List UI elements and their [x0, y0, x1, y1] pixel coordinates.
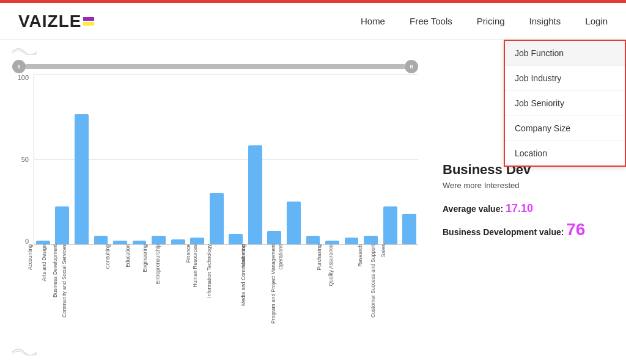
y-label-50: 50 [21, 156, 31, 163]
logo-accent-bottom [83, 22, 94, 26]
bar [306, 236, 320, 244]
bar-group: Accounting [34, 74, 52, 244]
x-axis-label: Business Development [52, 244, 58, 297]
chart-wrapper: 100 50 0 AccountingArts and DesignBusine… [12, 74, 418, 245]
bar-group: Arts and Design [54, 74, 72, 244]
dropdown-item-location[interactable]: Location [505, 141, 625, 166]
wave-icon-bottom [12, 343, 37, 358]
logo: VAIZLE [18, 12, 94, 31]
info-subtitle: Were more Interested [443, 181, 614, 190]
bar-group: Sales [381, 74, 399, 244]
bar [55, 206, 69, 244]
x-axis-label: Purchasing [316, 244, 322, 271]
x-axis-label: Information Technology [206, 244, 212, 298]
dropdown-item-job-function[interactable]: Job Function [505, 41, 625, 66]
bar [402, 214, 416, 244]
average-value: 17.10 [506, 202, 533, 214]
slider-fill [26, 64, 405, 69]
logo-text: VAIZLE [18, 12, 81, 31]
slider-handle-left[interactable]: II [12, 60, 26, 73]
average-label: Average value: [443, 204, 503, 214]
slider-track[interactable]: II II [12, 64, 418, 69]
x-axis-label: Engineering [142, 244, 148, 272]
slider-handle-right[interactable]: II [405, 60, 418, 73]
bar-group: Entrepreneurship [169, 74, 187, 244]
x-axis-label: Education [125, 244, 131, 268]
bizdev-stat: Business Development value: 76 [443, 220, 614, 239]
x-axis-label: Accounting [27, 244, 33, 270]
bar-group: Media and Communication [266, 74, 284, 244]
bar [190, 238, 204, 244]
bar [248, 145, 262, 244]
bar [210, 193, 224, 244]
bar [229, 234, 243, 244]
logo-accent-top [83, 17, 94, 21]
bar-group: Information Technology [227, 74, 245, 244]
x-axis-label: Operations [278, 244, 284, 270]
bar-group: Business Development [73, 74, 90, 244]
dropdown-item-company-size[interactable]: Company Size [505, 116, 625, 141]
info-panel: Business Dev Were more Interested Averag… [430, 40, 626, 364]
x-axis-label: Quality Assurance [328, 244, 334, 286]
chart-area: II II 100 50 0 [0, 40, 430, 364]
bar [152, 236, 166, 244]
bar-group: Engineering [150, 74, 168, 244]
bar-group: Quality Assurance [343, 74, 361, 244]
nav-free-tools[interactable]: Free Tools [410, 16, 452, 26]
bar [345, 238, 359, 244]
nav-home[interactable]: Home [361, 16, 385, 26]
bizdev-value: 76 [566, 220, 585, 239]
x-axis-label: Finance [185, 244, 191, 263]
bar-group: Human Resources [208, 74, 226, 244]
bar-group: Education [131, 74, 149, 244]
bar-group: Operations [285, 74, 303, 244]
dropdown-item-job-seniority[interactable]: Job Seniority [505, 91, 625, 116]
bar-group: Purchasing [323, 74, 341, 244]
x-axis-label: Sales [380, 244, 386, 257]
nav-login[interactable]: Login [585, 16, 608, 26]
bar [383, 206, 397, 244]
bar-group: Consulting [111, 74, 129, 244]
x-axis-label: Consulting [105, 244, 111, 269]
bar-group: Customer Success and Support [400, 74, 418, 244]
bar [287, 202, 301, 244]
y-label-100: 100 [18, 74, 31, 81]
x-axis-label: Customer Success and Support [370, 244, 376, 318]
main: II II 100 50 0 [0, 40, 626, 364]
bar-group: Research [362, 74, 380, 244]
bar [75, 114, 89, 244]
nav-insights[interactable]: Insights [529, 16, 561, 26]
x-axis-label: Community and Social Services [61, 244, 67, 318]
bar [267, 231, 281, 244]
bar-group: Program and Project Management [304, 74, 322, 244]
nav-pricing[interactable]: Pricing [477, 16, 505, 26]
average-stat: Average value: 17.10 [443, 202, 614, 215]
bar [364, 236, 378, 244]
nav: Home Free Tools Pricing Insights Login [361, 16, 608, 26]
bar-group: Community and Social Services [92, 74, 110, 244]
slider-row: II II [12, 64, 418, 69]
x-axis-label: Media and Communication [240, 244, 246, 306]
x-axis-label: Human Resources [192, 244, 198, 287]
x-axis-label: Program and Project Management [270, 244, 276, 324]
dropdown-item-job-industry[interactable]: Job Industry [505, 66, 625, 91]
x-axis-label: Research [356, 244, 363, 266]
bar [171, 239, 185, 244]
header: VAIZLE Home Free Tools Pricing Insights … [0, 3, 626, 40]
bar-group: Marketing [246, 74, 264, 244]
x-axis-label: Arts and Design [41, 244, 47, 281]
dropdown-menu: Job Function Job Industry Job Seniority … [504, 40, 626, 167]
bizdev-label: Business Development value: [443, 227, 564, 237]
bar [94, 236, 108, 244]
x-axis-label: Entrepreneurship [155, 244, 161, 284]
bar-group: Finance [188, 74, 206, 244]
wave-icon-top [12, 43, 37, 57]
